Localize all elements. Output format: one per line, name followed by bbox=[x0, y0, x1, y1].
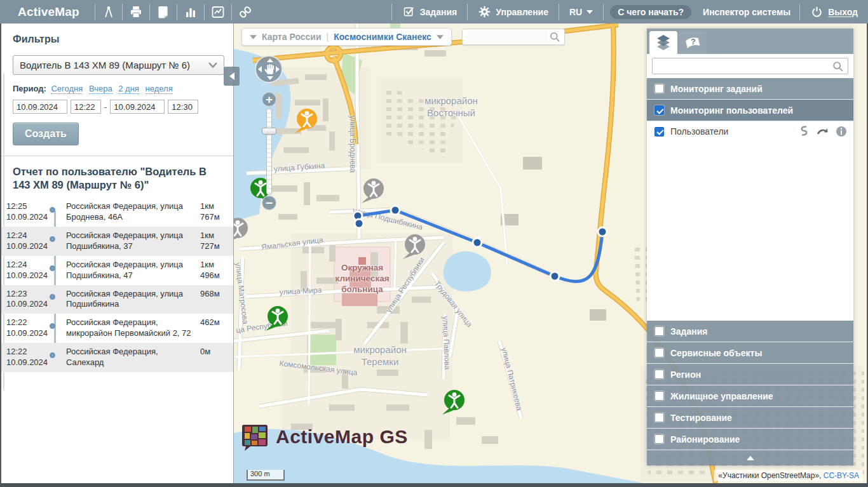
row-time: 12:23 bbox=[6, 289, 47, 300]
route-waypoint[interactable] bbox=[355, 219, 363, 228]
row-date: 10.09.2024 bbox=[6, 270, 47, 281]
zoom-slider-track[interactable] bbox=[266, 109, 272, 195]
user-marker-gray[interactable] bbox=[403, 234, 425, 259]
getting-started-button[interactable]: С чего начать? bbox=[610, 5, 691, 19]
tasks-checkbox-icon bbox=[402, 5, 416, 18]
zoom-slider-handle[interactable] bbox=[262, 128, 276, 135]
layer-group-service-objects[interactable]: Сервисные объекты bbox=[647, 342, 853, 364]
license-link[interactable]: CC-BY-SA bbox=[824, 471, 859, 480]
report-row[interactable]: 12:2210.09.2024 Российская Федерация, ми… bbox=[1, 314, 233, 343]
row-date: 10.09.2024 bbox=[6, 212, 47, 223]
map-search-input[interactable] bbox=[468, 30, 548, 43]
system-inspector-button[interactable]: Инспектор системы bbox=[694, 7, 799, 17]
logout-button[interactable]: Выход bbox=[800, 0, 868, 23]
zoom-out-button[interactable]: − bbox=[262, 196, 276, 210]
line-chart-icon[interactable] bbox=[205, 0, 231, 23]
info-icon[interactable] bbox=[836, 126, 847, 137]
checkbox-unchecked[interactable] bbox=[654, 391, 664, 401]
layer-item-users[interactable]: Пользователи bbox=[647, 121, 853, 142]
layers-search-input[interactable] bbox=[653, 58, 848, 74]
date-from-input[interactable] bbox=[13, 100, 67, 114]
user-marker-orange[interactable] bbox=[295, 109, 317, 133]
checkbox-unchecked[interactable] bbox=[654, 348, 664, 357]
layer-group-task-monitoring[interactable]: Мониторинг заданий bbox=[647, 78, 853, 100]
search-icon[interactable] bbox=[831, 60, 845, 74]
time-to-input[interactable] bbox=[168, 100, 198, 114]
route-waypoints bbox=[353, 206, 607, 281]
checkbox-unchecked[interactable] bbox=[654, 370, 664, 379]
row-address: Российская Федерация, улица Подшибякина,… bbox=[66, 260, 200, 281]
report-row[interactable]: 12:2510.09.2024 Российская Федерация, ул… bbox=[1, 197, 233, 227]
measure-tool-icon[interactable] bbox=[95, 0, 122, 23]
row-address: Российская Федерация, микрорайон Первома… bbox=[66, 317, 200, 339]
row-distance: 968м bbox=[200, 289, 229, 300]
print-icon[interactable] bbox=[123, 0, 149, 23]
tab-layers[interactable] bbox=[649, 31, 677, 54]
layer-group-tasks[interactable]: Задания bbox=[647, 321, 853, 342]
route-waypoint[interactable] bbox=[391, 206, 400, 215]
report-row[interactable]: 12:2410.09.2024 Российская Федерация, ул… bbox=[1, 227, 233, 256]
search-icon[interactable] bbox=[548, 30, 562, 44]
layer-group-user-monitoring[interactable]: Мониторинг пользователей bbox=[647, 100, 853, 121]
user-marker-gray[interactable] bbox=[362, 178, 384, 203]
pan-left-icon[interactable] bbox=[258, 66, 262, 72]
driver-select[interactable]: Водитель В 143 ХМ 89 (Маршрут № 6) bbox=[13, 55, 224, 75]
follow-arrow-icon[interactable] bbox=[817, 125, 829, 138]
create-report-button[interactable]: Создать bbox=[13, 123, 79, 145]
time-from-input[interactable] bbox=[71, 100, 101, 114]
report-row[interactable]: 12:2210.09.2024 Российская Федерация, Са… bbox=[1, 343, 233, 372]
power-icon bbox=[810, 5, 824, 18]
zoom-in-button[interactable]: + bbox=[262, 92, 276, 107]
link-icon[interactable] bbox=[232, 0, 259, 23]
map-pan-control[interactable] bbox=[255, 55, 283, 83]
chevron-down-icon[interactable] bbox=[437, 35, 444, 39]
user-marker-green[interactable] bbox=[266, 306, 288, 331]
tasks-button[interactable]: Задания bbox=[392, 0, 467, 23]
sidebar-collapse-button[interactable] bbox=[224, 67, 240, 86]
checkbox-unchecked[interactable] bbox=[654, 413, 664, 422]
layers-panel-tabs: ? bbox=[647, 29, 853, 54]
user-marker-gray[interactable] bbox=[234, 218, 248, 243]
chevron-down-icon[interactable] bbox=[250, 35, 257, 39]
user-marker-green[interactable] bbox=[442, 390, 465, 415]
layer-group-districting[interactable]: Районирование bbox=[647, 429, 853, 450]
checkbox-checked[interactable] bbox=[654, 105, 664, 115]
period-link-two-days[interactable]: 2 дня bbox=[118, 84, 139, 94]
panel-collapse-button[interactable] bbox=[647, 450, 853, 465]
tab-help[interactable]: ? bbox=[679, 31, 707, 54]
layer-group-region[interactable]: Регион bbox=[647, 364, 853, 385]
route-waypoint[interactable] bbox=[550, 272, 559, 281]
timeline-dot bbox=[47, 201, 66, 223]
report-rows: 12:2510.09.2024 Российская Федерация, ул… bbox=[1, 197, 233, 372]
checkbox-unchecked[interactable] bbox=[654, 326, 664, 336]
period-link-week[interactable]: неделя bbox=[146, 84, 173, 94]
date-to-input[interactable] bbox=[110, 100, 165, 114]
checkbox-checked[interactable] bbox=[654, 127, 664, 137]
bar-chart-icon[interactable] bbox=[177, 0, 204, 23]
basemap-option-russia[interactable]: Карта России bbox=[262, 32, 322, 42]
report-row[interactable]: 12:2410.09.2024 Российская Федерация, ул… bbox=[1, 256, 233, 285]
report-row[interactable]: 12:2310.09.2024 Российская Федерация, ул… bbox=[1, 285, 233, 314]
row-address: Российская Федерация, улица Подшибякина bbox=[66, 289, 200, 310]
checkbox-unchecked[interactable] bbox=[654, 434, 664, 444]
language-selector[interactable]: RU bbox=[559, 0, 603, 23]
map-canvas[interactable]: микрорайон Восточный улица Губкина улица… bbox=[234, 23, 867, 483]
timeline-dot bbox=[47, 260, 66, 281]
window-bottom-edge bbox=[0, 483, 868, 487]
period-link-today[interactable]: Сегодня bbox=[51, 84, 83, 94]
management-button[interactable]: Управление bbox=[468, 0, 559, 23]
route-waypoint[interactable] bbox=[598, 227, 607, 236]
chevron-up-icon bbox=[747, 456, 754, 460]
layers-search bbox=[647, 54, 853, 78]
checkbox-unchecked[interactable] bbox=[654, 84, 664, 93]
route-waypoint[interactable] bbox=[473, 238, 482, 247]
journal-icon[interactable] bbox=[150, 0, 177, 23]
divider bbox=[603, 4, 604, 20]
basemap-option-scanex[interactable]: Космоснимки Сканекс bbox=[334, 32, 431, 42]
track-icon[interactable] bbox=[797, 125, 810, 138]
svg-text:?: ? bbox=[691, 37, 695, 46]
layer-group-testing[interactable]: Тестирование bbox=[647, 407, 853, 429]
timeline-dot bbox=[47, 347, 66, 368]
period-link-yesterday[interactable]: Вчера bbox=[89, 84, 112, 94]
layer-group-housing[interactable]: Жилищное управление bbox=[647, 385, 853, 407]
